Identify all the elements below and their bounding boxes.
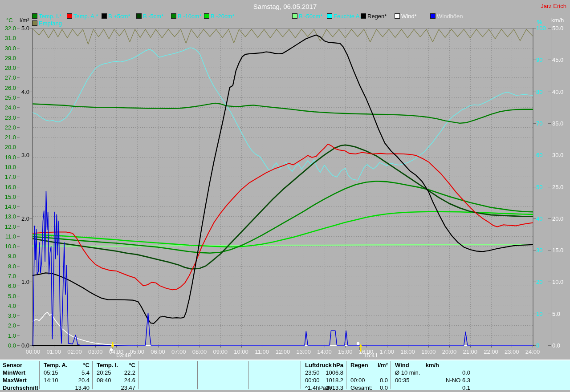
legend-swatch-b-5cm xyxy=(136,13,142,19)
axis-tick-label-degC: 13.0 xyxy=(5,213,16,220)
table-cell-value-temp-a: 20.4 xyxy=(39,377,90,384)
axis-tick-label-pct: 40 xyxy=(536,215,542,222)
chart-overlay-layer: Temp. I.*Temp. A.*B +5cm*B -5cm*B -10cm*… xyxy=(0,0,570,392)
axis-tick-label-kmh: 15.0 xyxy=(552,247,563,254)
axis-tick-label-degC: 19.0 xyxy=(5,154,16,161)
table-row-label: MaxWert xyxy=(3,377,27,384)
x-axis-label: 20:00 xyxy=(439,348,460,355)
axis-tick-label-degC: 8.0 xyxy=(8,263,16,270)
legend-swatch-b-10cm xyxy=(171,13,176,19)
x-axis-label: 10:00 xyxy=(231,348,252,355)
table-column-divider xyxy=(248,361,249,389)
axis-tick-label-pct: 80 xyxy=(536,89,542,95)
legend-label-temp-i: Temp. I.* xyxy=(39,13,61,20)
axis-tick-label-pct: 0 xyxy=(536,342,539,349)
right-axis-unit-kmh: km/h xyxy=(551,17,564,24)
axis-tick-label-kmh: 25.0 xyxy=(552,184,563,190)
table-cell-value-luftdruck: 1006.8 xyxy=(301,369,343,376)
axis-tick-label-degC: 5.0 xyxy=(8,293,16,299)
axis-tick-label-degC: 9.0 xyxy=(8,253,16,259)
axis-tick-label-degC: 16.0 xyxy=(5,184,16,190)
legend-label-wind: Wind* xyxy=(401,13,417,20)
axis-tick-label-degC: 18.0 xyxy=(5,164,16,170)
axis-tick-label-degC: 17.0 xyxy=(5,174,16,180)
legend-label-windb-en: Windböen xyxy=(437,13,463,20)
x-axis-label: 07:00 xyxy=(168,348,189,355)
table-unit-luftdruck: hPa xyxy=(301,362,343,369)
axis-tick-label-degC: 11.0 xyxy=(5,233,16,240)
axis-tick-label-degC: 6.0 xyxy=(8,283,16,289)
table-cell-value-temp-a: 13.40 xyxy=(39,384,90,392)
axis-tick-label-lm2: 5.0 xyxy=(21,25,29,32)
x-axis-label: 00:00 xyxy=(22,348,44,355)
x-axis-label: 19:00 xyxy=(418,348,439,355)
axis-tick-label-degC: 26.0 xyxy=(5,85,16,91)
axis-tick-label-pct: 70 xyxy=(536,120,542,127)
axis-tick-label-pct: 10 xyxy=(536,311,542,317)
table-cell-value-temp-a: 5.4 xyxy=(39,369,90,376)
axis-tick-label-degC: 12.0 xyxy=(5,223,16,230)
legend-swatch-regen xyxy=(361,13,366,19)
moon-up-marker-icon xyxy=(356,341,363,352)
x-axis-label: 12:00 xyxy=(272,348,293,355)
table-unit-wind: km/h xyxy=(391,362,439,369)
x-axis-label: 08:00 xyxy=(189,348,210,355)
axis-tick-label-kmh: 40.0 xyxy=(552,89,563,95)
legend-label-feuchte-a: Feuchte A.* xyxy=(334,13,363,20)
moon-down-marker-icon xyxy=(109,341,116,352)
x-axis-label: 03:00 xyxy=(85,348,106,355)
axis-tick-label-kmh: 0.0 xyxy=(552,342,560,349)
axis-tick-label-lm2: 4.0 xyxy=(21,89,29,95)
axis-tick-label-kmh: 10.0 xyxy=(552,279,563,285)
axis-tick-label-degC: 29.0 xyxy=(5,55,16,61)
axis-tick-label-degC: 20.0 xyxy=(5,144,16,150)
axis-tick-label-degC: 22.0 xyxy=(5,124,16,131)
axis-tick-label-pct: 90 xyxy=(536,57,542,63)
legend-swatch-b-50cm xyxy=(292,13,297,19)
axis-tick-label-degC: 30.0 xyxy=(5,45,16,52)
axis-tick-label-degC: 3.0 xyxy=(8,312,16,319)
table-cell-value-regen: 0.0 xyxy=(346,377,388,384)
table-column-divider xyxy=(138,361,138,389)
axis-tick-label-degC: 27.0 xyxy=(5,74,16,81)
axis-tick-label-kmh: 35.0 xyxy=(552,120,563,127)
axis-tick-label-lm2: 3.0 xyxy=(21,152,29,158)
axis-tick-label-degC: 24.0 xyxy=(5,104,16,111)
legend-label-empfang: Empfang xyxy=(39,20,62,27)
table-cell-value-wind: N-NO 6.3 xyxy=(391,377,470,384)
legend-label-b-50cm: B -50cm* xyxy=(299,13,322,20)
legend-swatch-feuchte-a xyxy=(327,13,332,19)
axis-tick-label-pct: 20 xyxy=(536,279,542,285)
time-marker-label: 15:41 xyxy=(363,352,378,359)
x-axis-label: 23:00 xyxy=(501,348,522,355)
axis-tick-label-degC: 25.0 xyxy=(5,94,16,101)
legend-swatch-wind xyxy=(395,13,400,19)
table-cell-value-luftdruck: 1018.2 xyxy=(301,377,343,384)
x-axis-label: 01:00 xyxy=(43,348,65,355)
legend-swatch-b-5cm xyxy=(102,13,107,19)
legend-swatch-temp-a xyxy=(67,13,72,19)
axis-tick-label-degC: 14.0 xyxy=(5,203,16,210)
table-cell-value-temp-i: 22.2 xyxy=(92,369,135,376)
right-axis-unit-pct: % xyxy=(537,19,542,25)
table-cell-value-luftdruck: 1013.3 xyxy=(301,384,343,392)
axis-tick-label-pct: 30 xyxy=(536,247,542,254)
x-axis-label: 11:00 xyxy=(251,348,273,355)
axis-tick-label-degC: 2.0 xyxy=(8,322,16,329)
legend-swatch-temp-i xyxy=(32,13,37,19)
x-axis-label: 24:00 xyxy=(522,348,543,355)
axis-tick-label-degC: 4.0 xyxy=(8,303,16,309)
table-cell-value-wind: 0.0 xyxy=(391,369,470,376)
x-axis-label: 17:00 xyxy=(376,348,398,355)
axis-tick-label-kmh: 50.0 xyxy=(552,25,563,32)
legend-label-b-5cm: B +5cm* xyxy=(108,13,130,20)
axis-tick-label-lm2: 0.0 xyxy=(21,342,29,349)
table-row-label: Durchschnitt xyxy=(3,384,38,392)
axis-tick-label-pct: 100 xyxy=(536,25,546,32)
statistics-table: SensorMinWertMaxWertDurchschnittTemp. A.… xyxy=(0,360,570,390)
x-axis-label: 21:00 xyxy=(460,348,481,355)
x-axis-label: 15:00 xyxy=(334,348,356,355)
axis-tick-label-kmh: 20.0 xyxy=(552,215,563,222)
left-axis-unit-degc: °C xyxy=(6,17,13,24)
legend-label-temp-a: Temp. A.* xyxy=(73,13,98,20)
